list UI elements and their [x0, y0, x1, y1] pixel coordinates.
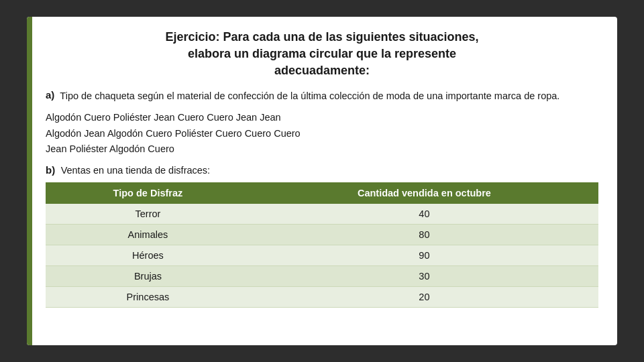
- cell-tipo: Héroes: [46, 245, 250, 265]
- section-a-label: a): [46, 89, 54, 101]
- section-a-text: Tipo de chaqueta según el material de co…: [60, 89, 559, 104]
- card-border: [27, 17, 32, 345]
- title-section: Ejercicio: Para cada una de las siguient…: [46, 29, 598, 80]
- data-line1: Algodón Cuero Poliéster Jean Cuero Cuero…: [46, 110, 598, 125]
- col-header-tipo: Tipo de Disfraz: [46, 182, 250, 204]
- section-b-text: Ventas en una tienda de disfraces:: [61, 165, 211, 176]
- cell-tipo: Animales: [46, 224, 250, 245]
- col-header-cantidad: Cantidad vendida en octubre: [250, 182, 598, 204]
- table-row: Terror40: [46, 204, 598, 225]
- title-line3: adecuadamente:: [46, 62, 598, 79]
- table-row: Héroes90: [46, 245, 598, 265]
- table-header-row: Tipo de Disfraz Cantidad vendida en octu…: [46, 182, 598, 204]
- title-line2: elabora un diagrama circular que la repr…: [46, 46, 598, 62]
- cell-cantidad: 80: [250, 224, 598, 245]
- cell-tipo: Princesas: [46, 286, 250, 307]
- cell-cantidad: 40: [250, 204, 598, 225]
- title-line1: Ejercicio: Para cada una de las siguient…: [46, 29, 598, 46]
- title-line1-rest: Para cada una de las siguientes situacio…: [219, 30, 478, 44]
- section-b-label: b): [46, 164, 55, 176]
- main-card: Ejercicio: Para cada una de las siguient…: [27, 17, 617, 345]
- table-row: Animales80: [46, 224, 598, 245]
- section-a-content: a) Tipo de chaqueta según el material de…: [46, 89, 598, 104]
- section-b-header: b) Ventas en una tienda de disfraces:: [46, 164, 598, 178]
- section-a: a) Tipo de chaqueta según el material de…: [46, 89, 598, 104]
- cell-cantidad: 90: [250, 245, 598, 265]
- data-line3: Jean Poliéster Algodón Cuero: [46, 141, 598, 157]
- cell-cantidad: 20: [250, 286, 598, 307]
- cell-cantidad: 30: [250, 265, 598, 286]
- data-line2: Algodón Jean Algodón Cuero Poliéster Cue…: [46, 126, 598, 141]
- cell-tipo: Terror: [46, 204, 250, 225]
- table-row: Princesas20: [46, 286, 598, 307]
- cell-tipo: Brujas: [46, 265, 250, 286]
- ejercicio-label: Ejercicio:: [165, 30, 219, 44]
- data-block: Algodón Cuero Poliéster Jean Cuero Cuero…: [46, 110, 598, 157]
- disguise-table: Tipo de Disfraz Cantidad vendida en octu…: [46, 182, 598, 308]
- table-row: Brujas30: [46, 265, 598, 286]
